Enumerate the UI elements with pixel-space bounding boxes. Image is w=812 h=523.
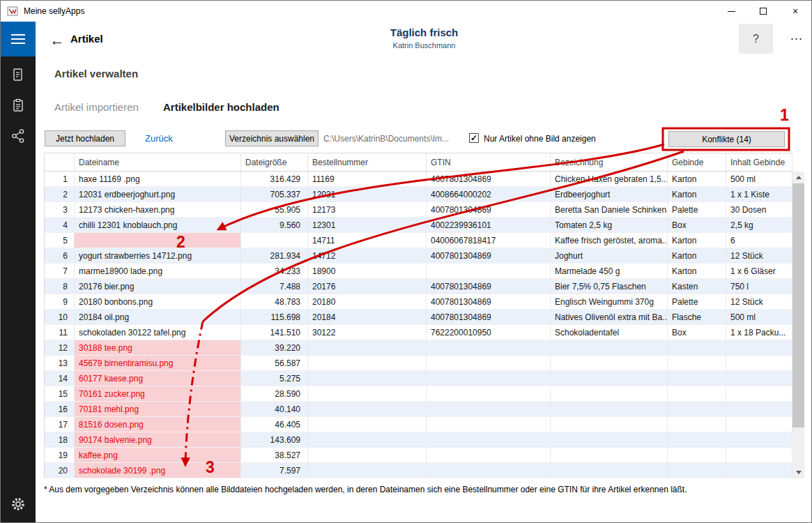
scrollbar-thumb[interactable] xyxy=(792,183,804,427)
cell-gebinde: Karton xyxy=(668,172,726,187)
cell-bestellnummer xyxy=(308,356,427,371)
filter-checkbox[interactable]: ✓ xyxy=(469,133,479,143)
column-header-dateiname[interactable]: Dateiname xyxy=(75,153,241,172)
cell-gtin: 4007801304869 xyxy=(427,248,551,264)
conflicts-button[interactable]: Konflikte (14) xyxy=(668,131,785,147)
vertical-scrollbar[interactable] xyxy=(792,172,804,478)
upload-now-button[interactable]: Jetzt hochladen xyxy=(45,130,125,146)
cell-num: 18 xyxy=(45,432,75,448)
table-row[interactable]: 51471104006067818417Kaffee frisch geröst… xyxy=(45,233,792,248)
cell-bezeichnung: Bier 7,5% 0,75 Flaschen xyxy=(551,279,668,294)
cell-gebinde xyxy=(668,340,726,356)
scroll-up-button[interactable] xyxy=(792,172,804,183)
cell-dateiname: 70181 mehl.png xyxy=(75,402,241,417)
cell-dateigroesse xyxy=(241,233,308,248)
cell-bezeichnung xyxy=(551,340,668,356)
table-row[interactable]: 1570161 zucker.png28.590 xyxy=(45,386,792,402)
column-header-bezeichnung[interactable]: Bezeichnung xyxy=(551,153,668,172)
cell-bezeichnung xyxy=(551,417,668,432)
back-link[interactable]: Zurück xyxy=(145,133,173,144)
cell-gebinde xyxy=(668,432,726,448)
table-row[interactable]: 7marme18900 lade.png34.23318900Marmelade… xyxy=(45,264,792,279)
cell-bezeichnung: Englisch Weingummi 370g xyxy=(551,294,668,310)
table-row[interactable]: 1345679 birnentiramisu.png56.587 xyxy=(45,356,792,371)
table-row[interactable]: 1890174 balvenie.png143.609 xyxy=(45,432,792,448)
sidebar-item-scan[interactable] xyxy=(1,59,36,90)
cell-gebinde xyxy=(668,371,726,386)
cell-inhalt_gebinde: 1 x 6 Gläser xyxy=(726,264,792,279)
close-button[interactable]: × xyxy=(779,1,811,22)
scroll-down-button[interactable] xyxy=(792,467,804,478)
table-body: 1haxe 11169 .png316.42911169400780130486… xyxy=(45,172,792,478)
cell-bestellnummer xyxy=(308,432,427,448)
column-header-bestellnummer[interactable]: Bestellnummer xyxy=(308,153,427,172)
table-row[interactable]: 1haxe 11169 .png316.42911169400780130486… xyxy=(45,172,792,187)
cell-gtin xyxy=(427,356,551,371)
cell-dateigroesse: 48.783 xyxy=(241,294,308,310)
table-row[interactable]: 1230188 tee.png39.220 xyxy=(45,340,792,356)
cell-bezeichnung: Tomaten 2,5 kg xyxy=(551,218,668,233)
table-row[interactable]: 1781516 dosen.png46.405 xyxy=(45,417,792,432)
help-button[interactable]: ? xyxy=(739,24,773,54)
window-title: Meine sellyApps xyxy=(24,6,84,16)
table-row[interactable]: 820176 bier.png7.488201764007801304869Bi… xyxy=(45,279,792,294)
cell-dateiname: 12173 chicken-haxen.png xyxy=(75,202,241,218)
cell-bezeichnung xyxy=(551,371,668,386)
column-header-num xyxy=(45,153,75,172)
checkmark-icon: ✓ xyxy=(470,133,477,143)
settings-gear-icon xyxy=(10,497,26,512)
cell-inhalt_gebinde xyxy=(726,463,792,478)
cell-inhalt_gebinde xyxy=(726,417,792,432)
column-header-inhalt-gebinde[interactable]: Inhalt Gebinde xyxy=(726,153,792,172)
header-center: Täglich frisch Katrin Buschmann xyxy=(36,26,812,50)
table-row[interactable]: 4chilli 12301 knoblauch.png9.56012301400… xyxy=(45,218,792,233)
table-row[interactable]: 20schokolade 30199 .png7.597 xyxy=(45,463,792,478)
cell-num: 17 xyxy=(45,417,75,432)
maximize-icon xyxy=(760,8,767,15)
annotation-step-1: 1 xyxy=(780,106,789,124)
table-row[interactable]: 1670181 mehl.png40.140 xyxy=(45,402,792,417)
cell-dateiname: schokoladen 30122 tafel.png xyxy=(75,325,241,340)
table-row[interactable]: 312173 chicken-haxen.png55.9051217340078… xyxy=(45,202,792,218)
choose-directory-button[interactable]: Verzeichnis auswählen xyxy=(225,130,319,146)
column-header-gtin[interactable]: GTIN xyxy=(427,153,551,172)
minimize-button[interactable] xyxy=(715,1,747,22)
cell-dateiname: schokolade 30199 .png xyxy=(75,463,241,478)
cell-gtin xyxy=(427,448,551,463)
column-header-gebinde[interactable]: Gebinde xyxy=(668,153,726,172)
cell-dateigroesse: 281.934 xyxy=(241,248,308,264)
cell-gtin xyxy=(427,371,551,386)
table-row[interactable]: 212031 erdbeerjoghurt.png705.33712031400… xyxy=(45,187,792,202)
table-row[interactable]: 920180 bonbons.png48.7832018040078013048… xyxy=(45,294,792,310)
table-row[interactable]: 1020184 oil.png115.698201844007801304869… xyxy=(45,310,792,325)
cell-gtin xyxy=(427,417,551,432)
cell-gtin xyxy=(427,340,551,356)
table-row[interactable]: 1460177 kaese.png5.275 xyxy=(45,371,792,386)
table-row[interactable]: 6yogurt strawberries 14712.png281.934147… xyxy=(45,248,792,264)
maximize-button[interactable] xyxy=(747,1,779,22)
tab-artikelbilder-hochladen[interactable]: Artikelbilder hochladen xyxy=(163,101,279,113)
cell-gebinde: Kasten xyxy=(668,279,726,294)
cell-gtin xyxy=(427,432,551,448)
tab-artikel-importieren[interactable]: Artikel importieren xyxy=(54,101,139,113)
sidebar-item-artikel[interactable] xyxy=(1,90,36,121)
table-row[interactable]: 19kaffee.png38.527 xyxy=(45,448,792,463)
cell-gebinde: Karton xyxy=(668,187,726,202)
sidebar-item-settings[interactable] xyxy=(1,490,36,518)
more-button[interactable]: ... xyxy=(785,30,809,48)
cell-gtin: 4007801304869 xyxy=(427,294,551,310)
cell-gebinde xyxy=(668,386,726,402)
cell-gebinde: Karton xyxy=(668,264,726,279)
cell-dateigroesse: 56.587 xyxy=(241,356,308,371)
scan-document-icon xyxy=(10,67,26,82)
column-header-dateigroesse[interactable]: Dateigröße xyxy=(241,153,308,172)
cell-dateigroesse: 55.905 xyxy=(241,202,308,218)
cell-gtin: 4007801304869 xyxy=(427,172,551,187)
sidebar-item-share[interactable] xyxy=(1,121,36,151)
cell-num: 2 xyxy=(45,187,75,202)
cell-inhalt_gebinde xyxy=(726,448,792,463)
menu-button[interactable] xyxy=(1,22,36,56)
cell-bestellnummer xyxy=(308,417,427,432)
table-row[interactable]: 11schokoladen 30122 tafel.png141.5103012… xyxy=(45,325,792,340)
titlebar: Meine sellyApps × xyxy=(1,1,811,22)
